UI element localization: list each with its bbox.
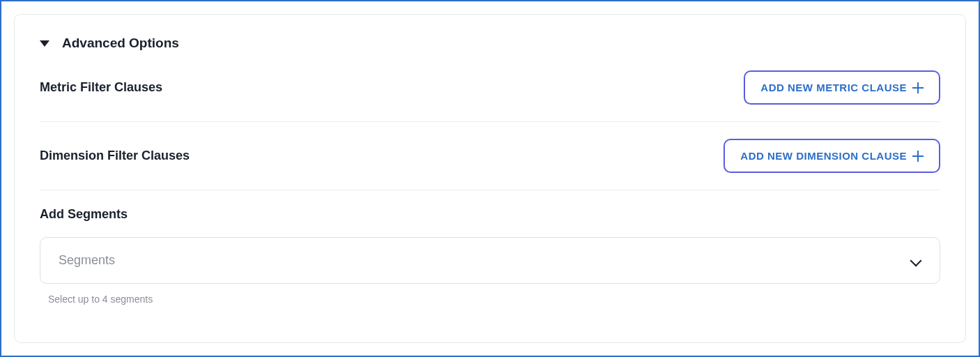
section-header: Advanced Options [40,36,940,51]
dimension-filter-row: Dimension Filter Clauses ADD NEW DIMENSI… [40,139,940,190]
add-dimension-clause-button[interactable]: ADD NEW DIMENSION CLAUSE [723,139,940,173]
collapse-caret-icon[interactable] [40,40,49,47]
outer-frame: Advanced Options Metric Filter Clauses A… [0,0,980,357]
plus-icon [912,151,924,162]
add-metric-clause-label: ADD NEW METRIC CLAUSE [760,82,907,93]
segments-helper-text: Select up to 4 segments [48,294,940,305]
metric-filter-label: Metric Filter Clauses [40,80,162,95]
dimension-filter-label: Dimension Filter Clauses [40,149,190,163]
segments-select[interactable]: Segments [40,237,940,284]
metric-filter-row: Metric Filter Clauses ADD NEW METRIC CLA… [40,70,940,122]
section-title: Advanced Options [62,36,179,51]
chevron-down-icon [910,255,921,266]
segments-placeholder: Segments [59,253,115,268]
add-dimension-clause-label: ADD NEW DIMENSION CLAUSE [740,150,907,162]
add-metric-clause-button[interactable]: ADD NEW METRIC CLAUSE [744,70,940,105]
add-segments-label: Add Segments [40,207,940,222]
advanced-options-panel: Advanced Options Metric Filter Clauses A… [14,14,966,343]
plus-icon [912,82,924,93]
